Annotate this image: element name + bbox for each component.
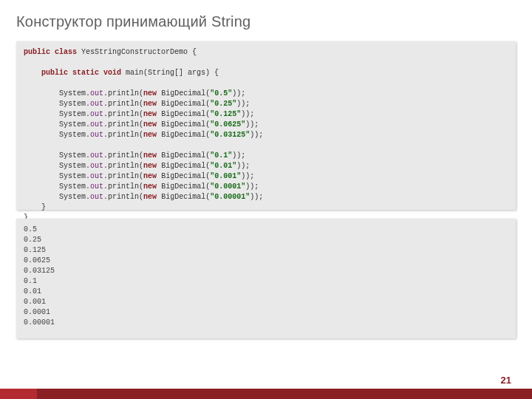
sys: System <box>59 162 86 170</box>
println: println <box>108 110 139 118</box>
bigdecimal: BigDecimal( <box>157 183 210 191</box>
output-line: 0.01 <box>24 287 41 296</box>
bigdecimal: BigDecimal( <box>157 89 210 98</box>
println: println <box>108 172 139 180</box>
kw-new: new <box>143 151 157 160</box>
println: println <box>108 120 139 129</box>
kw-new: new <box>143 110 157 118</box>
out: out <box>90 162 103 170</box>
main-sig: main(String[] args) <box>121 69 214 77</box>
kw-new: new <box>143 100 157 108</box>
bigdecimal: BigDecimal( <box>157 131 210 139</box>
output-line: 0.03125 <box>24 267 55 275</box>
sys: System <box>59 131 86 139</box>
arg: "0.0625" <box>210 120 245 129</box>
kw-new: new <box>143 193 157 201</box>
kw-main: public static void <box>41 69 121 77</box>
out: out <box>90 151 103 160</box>
out: out <box>90 172 103 180</box>
sys: System <box>59 100 86 108</box>
arg: "0.25" <box>210 100 236 108</box>
output-line: 0.001 <box>24 298 46 306</box>
sys: System <box>59 120 86 129</box>
output-line: 0.5 <box>24 225 37 233</box>
arg: "0.0001" <box>210 183 245 191</box>
arg: "0.1" <box>210 151 232 160</box>
arg: "0.03125" <box>210 131 250 139</box>
println: println <box>108 193 139 201</box>
bigdecimal: BigDecimal( <box>157 193 210 201</box>
out: out <box>90 193 103 201</box>
kw-new: new <box>143 162 157 170</box>
out: out <box>90 131 103 139</box>
arg: "0.001" <box>210 172 241 180</box>
sys: System <box>59 110 86 118</box>
page-title: Конструктор принимающий String <box>16 13 250 30</box>
kw-new: new <box>143 131 157 139</box>
sys: System <box>59 151 86 160</box>
sys: System <box>59 193 86 201</box>
println: println <box>108 131 139 139</box>
arg: "0.5" <box>210 89 232 98</box>
bigdecimal: BigDecimal( <box>157 110 210 118</box>
slide: Конструктор принимающий String public cl… <box>0 0 532 399</box>
arg: "0.125" <box>210 110 241 118</box>
println: println <box>108 100 139 108</box>
println: println <box>108 183 139 191</box>
output-line: 0.0625 <box>24 256 50 265</box>
output-block: 0.5 0.25 0.125 0.0625 0.03125 0.1 0.01 0… <box>16 219 516 338</box>
arg: "0.01" <box>210 162 236 170</box>
kw-new: new <box>143 120 157 129</box>
kw-new: new <box>143 183 157 191</box>
println: println <box>108 89 139 98</box>
page-number: 21 <box>501 375 511 386</box>
arg: "0.00001" <box>210 193 250 201</box>
output-line: 0.25 <box>24 236 41 244</box>
class-name: YesStringConstructorDemo <box>77 48 192 56</box>
code-block: public class YesStringConstructorDemo { … <box>16 41 516 210</box>
sys: System <box>59 172 86 180</box>
out: out <box>90 110 103 118</box>
println: println <box>108 162 139 170</box>
out: out <box>90 183 103 191</box>
kw-new: new <box>143 89 157 98</box>
out: out <box>90 89 103 98</box>
println: println <box>108 151 139 160</box>
output-line: 0.125 <box>24 246 46 254</box>
out: out <box>90 120 103 129</box>
output-line: 0.0001 <box>24 308 50 316</box>
footer-accent <box>0 389 37 399</box>
bigdecimal: BigDecimal( <box>157 172 210 180</box>
kw-new: new <box>143 172 157 180</box>
output-line: 0.00001 <box>24 318 55 327</box>
bigdecimal: BigDecimal( <box>157 151 210 160</box>
sys: System <box>59 89 86 98</box>
out: out <box>90 100 103 108</box>
bigdecimal: BigDecimal( <box>157 120 210 129</box>
output-line: 0.1 <box>24 277 37 285</box>
footer-bar <box>0 389 532 399</box>
sys: System <box>59 183 86 191</box>
bigdecimal: BigDecimal( <box>157 100 210 108</box>
bigdecimal: BigDecimal( <box>157 162 210 170</box>
kw-class: public class <box>24 48 77 56</box>
